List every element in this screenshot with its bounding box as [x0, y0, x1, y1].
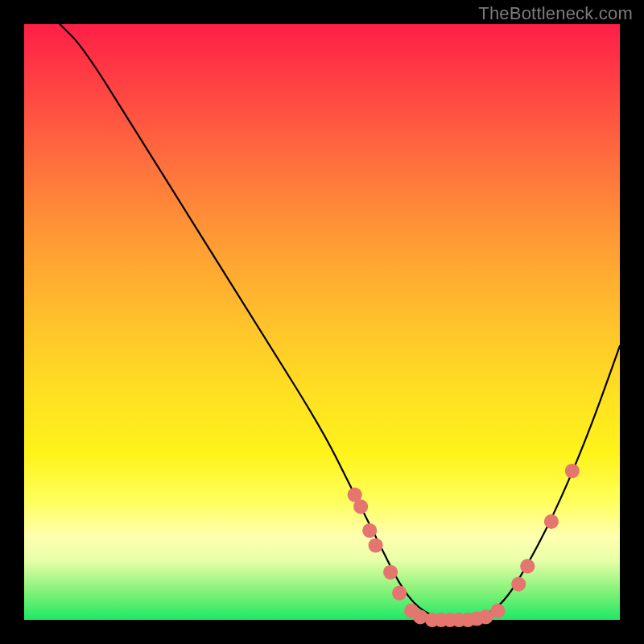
marker-dot — [490, 604, 505, 618]
marker-dot — [353, 499, 368, 514]
marker-dot — [565, 464, 580, 478]
curve-svg — [24, 24, 620, 620]
curve-markers — [348, 464, 580, 627]
marker-dot — [369, 538, 383, 552]
marker-dot — [520, 559, 535, 573]
marker-dot — [362, 523, 377, 538]
marker-dot — [383, 565, 398, 580]
marker-dot — [511, 577, 526, 592]
chart-frame: TheBottleneck.com — [0, 0, 644, 644]
chart-plot-area — [24, 24, 620, 620]
marker-dot — [392, 586, 407, 601]
marker-dot — [544, 514, 559, 529]
curve-line — [60, 24, 620, 620]
watermark-text: TheBottleneck.com — [478, 3, 633, 24]
